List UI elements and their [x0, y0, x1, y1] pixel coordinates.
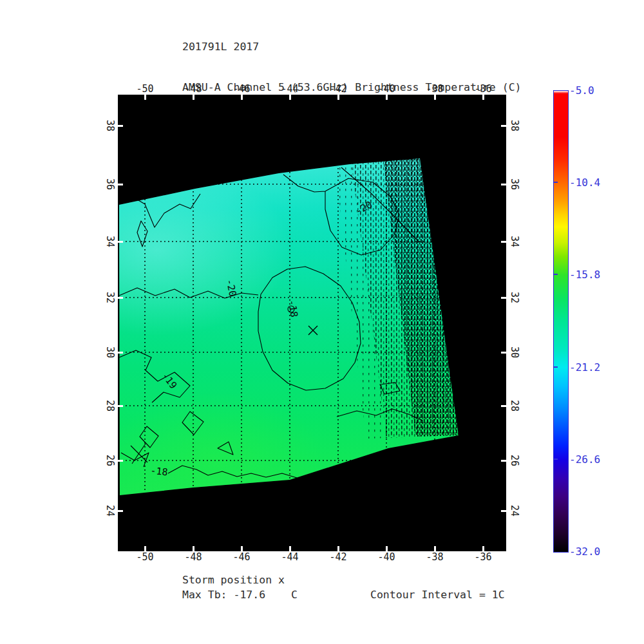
lon-tick-label-bottom: -50 — [136, 551, 153, 563]
map-overlay — [118, 95, 506, 551]
contour-label: -18 — [150, 465, 169, 478]
axis-tick-right — [501, 510, 506, 512]
lon-tick-label-top: -42 — [329, 83, 346, 95]
lon-tick-label-top: -36 — [474, 83, 491, 95]
axis-tick-right — [501, 297, 506, 299]
map-plot-area: -20-20-18-19-18 — [117, 93, 507, 553]
axis-tick-top — [482, 95, 484, 100]
lat-tick-label-left: 28 — [104, 400, 116, 412]
axis-tick-left — [118, 297, 123, 299]
axis-tick-top — [337, 95, 339, 100]
axis-tick-right — [501, 241, 506, 243]
contour-label: -18 — [286, 299, 300, 317]
axis-tick-left — [118, 241, 123, 243]
axis-tick-right — [501, 125, 506, 127]
lon-tick-label-bottom: -40 — [377, 551, 395, 563]
lat-tick-label-right: 34 — [509, 236, 520, 247]
axis-tick-right — [501, 184, 506, 185]
lon-tick-label-bottom: -44 — [281, 551, 298, 563]
axis-tick-right — [501, 460, 506, 462]
lat-tick-label-right: 32 — [509, 292, 520, 303]
axis-tick-bottom — [482, 546, 484, 551]
lon-tick-label-top: -44 — [281, 83, 298, 95]
contour-interval-note: Contour Interval = 1C — [370, 589, 505, 601]
lat-tick-label-left: 32 — [104, 292, 116, 303]
axis-tick-right — [501, 352, 506, 354]
axis-tick-bottom — [193, 546, 194, 551]
lat-tick-label-right: 36 — [509, 178, 520, 190]
axis-tick-bottom — [144, 546, 146, 551]
lon-tick-label-bottom: -42 — [329, 551, 346, 563]
lat-tick-label-right: 26 — [509, 455, 520, 466]
lon-tick-label-top: -46 — [232, 83, 250, 95]
axis-tick-bottom — [434, 546, 436, 551]
lon-tick-label-top: -38 — [426, 83, 443, 95]
axis-tick-left — [118, 352, 123, 354]
axis-tick-top — [434, 95, 436, 100]
axis-tick-bottom — [337, 546, 339, 551]
colorbar-tick-label: -21.2 — [569, 361, 600, 373]
storm-position-marker — [308, 326, 317, 335]
axis-tick-top — [386, 95, 388, 100]
lat-tick-label-right: 38 — [509, 120, 520, 131]
colorbar-tick-label: -5.0 — [569, 84, 594, 97]
max-tb-note: Max Tb: -17.6 C — [182, 589, 298, 601]
lat-tick-label-right: 24 — [509, 505, 520, 516]
lon-tick-label-bottom: -38 — [426, 551, 443, 563]
colorbar-tick-mark — [554, 182, 558, 183]
lat-tick-label-right: 30 — [509, 346, 520, 358]
lon-tick-label-bottom: -46 — [232, 551, 250, 563]
colorbar-tick-label: -32.0 — [569, 545, 600, 558]
storm-position-note: Storm position x — [182, 574, 285, 586]
lat-tick-label-left: 34 — [104, 236, 116, 247]
axis-tick-right — [501, 405, 506, 407]
axis-tick-bottom — [289, 546, 291, 551]
colorbar-tick-label: -26.6 — [569, 453, 600, 465]
lat-tick-label-left: 30 — [104, 346, 116, 358]
lon-tick-label-top: -50 — [136, 83, 153, 95]
axis-tick-bottom — [241, 546, 243, 551]
lat-tick-label-left: 24 — [104, 505, 116, 516]
storm-id-line: 201791L 2017 — [182, 40, 522, 53]
axis-tick-top — [193, 95, 194, 100]
plot-page: 201791L 2017 AMSU-A Channel 5 (53.6GHz) … — [0, 0, 644, 644]
axis-tick-top — [241, 95, 243, 100]
axis-tick-top — [289, 95, 291, 100]
colorbar-tick-label: -10.4 — [569, 176, 600, 189]
colorbar-tick-label: -15.8 — [569, 269, 600, 281]
axis-tick-left — [118, 510, 123, 512]
colorbar-tick-mark — [554, 366, 558, 368]
lon-tick-label-bottom: -48 — [184, 551, 202, 563]
colorbar — [553, 90, 569, 553]
lon-tick-label-bottom: -36 — [474, 551, 491, 563]
lat-tick-label-left: 38 — [104, 120, 116, 131]
stipple-region — [335, 158, 459, 439]
colorbar-tick-mark — [554, 459, 558, 460]
axis-tick-top — [144, 95, 146, 100]
lon-tick-label-top: -40 — [377, 83, 395, 95]
grid-lines — [118, 95, 506, 551]
lat-tick-label-left: 26 — [104, 455, 116, 466]
axis-tick-left — [118, 460, 123, 462]
axis-tick-left — [118, 125, 123, 127]
lon-tick-label-top: -48 — [184, 83, 202, 95]
axis-tick-left — [118, 405, 123, 407]
lat-tick-label-left: 36 — [104, 178, 116, 190]
axis-tick-bottom — [386, 546, 388, 551]
axis-tick-left — [118, 184, 123, 185]
colorbar-tick-mark — [554, 274, 558, 275]
lat-tick-label-right: 28 — [509, 400, 520, 412]
